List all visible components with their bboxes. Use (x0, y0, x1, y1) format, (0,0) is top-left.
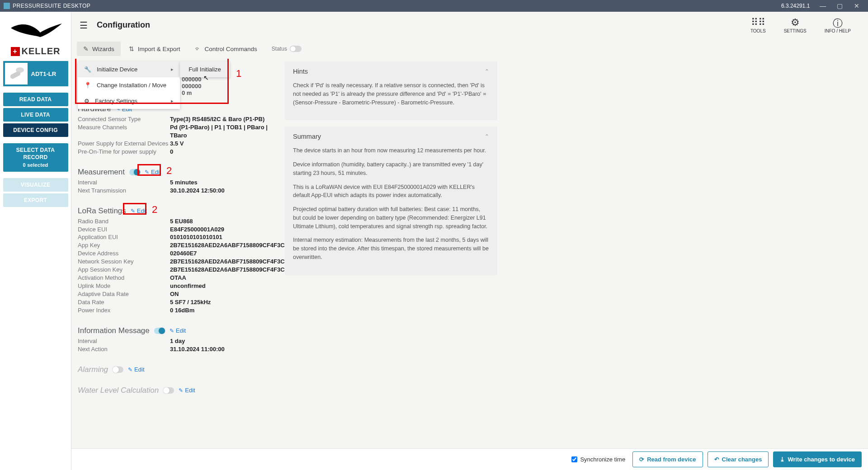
sync-checkbox-input[interactable] (571, 456, 577, 462)
annotation-2b: 2 (152, 204, 157, 216)
lora-title: LoRa Settings (78, 207, 126, 216)
kv-val: Type(3) RS485/I2C & Baro (P1-PB) (170, 115, 277, 123)
transfer-icon: ⇅ (129, 45, 134, 52)
bottom-bar: Synchronize time ⟳Read from device ↶Clea… (71, 448, 868, 470)
export-button[interactable]: EXPORT (3, 193, 68, 207)
plus-icon: + (11, 47, 20, 56)
kv-val: 30.10.2024 12:50:00 (170, 187, 277, 195)
kv-val: 31.10.2024 11:00:00 (170, 345, 277, 353)
kv-key: App Session Key (78, 266, 170, 274)
close-button[interactable]: ✕ (849, 2, 864, 9)
measurement-edit-button[interactable]: ✎Edit (145, 169, 161, 175)
hints-panel: Hints ⌃ Check if 'Pd' is really necessar… (285, 61, 497, 120)
info-label: INFO / HELP (825, 28, 851, 33)
kv-val: 2B7E151628AED2A6ABF7158809CF4F3C (170, 266, 285, 274)
alarming-edit-button[interactable]: ✎Edit (128, 366, 144, 373)
minimize-button[interactable]: — (815, 2, 830, 9)
read-data-button[interactable]: READ DATA (3, 93, 68, 106)
tab-import-export[interactable]: ⇅ Import & Export (123, 42, 187, 56)
summary-line: Internal memory estimation: Measurements… (293, 236, 489, 261)
kv-val: 2B7E151628AED2A6ABF7158809CF4F3C (170, 241, 285, 249)
kv-val: OTAA (170, 274, 285, 282)
kv-val: 2B7E151628AED2A6ABF7158809CF4F3C (170, 258, 285, 266)
menu-change-label: Change Installation / Move (97, 82, 166, 89)
kv-key: Device Address (78, 249, 170, 258)
info-icon: ⓘ (833, 17, 843, 28)
summary-title: Summary (293, 133, 321, 140)
pencil-icon: ✎ (128, 367, 132, 373)
device-card[interactable]: ADT1-LR (3, 61, 68, 86)
bird-logo (4, 14, 67, 46)
menu-factory-settings[interactable]: ⚙ Factory Settings ▸ (78, 93, 180, 109)
tab-wizards-label: Wizards (92, 46, 114, 52)
kv-val: 0 16dBm (170, 306, 285, 315)
app-icon (4, 3, 10, 9)
hints-header[interactable]: Hints ⌃ (285, 61, 497, 81)
alarming-toggle[interactable] (113, 367, 123, 373)
wand-icon: ✎ (83, 45, 89, 52)
visualize-button[interactable]: VISUALIZE (3, 178, 68, 192)
synchronize-time-checkbox[interactable]: Synchronize time (571, 456, 625, 463)
water-level-toggle[interactable] (163, 387, 174, 394)
info-help-button[interactable]: ⓘ INFO / HELP (825, 17, 851, 33)
keller-logo: + KELLER (11, 46, 61, 56)
kv-key: Activation Method (78, 274, 170, 282)
status-label: Status (272, 46, 287, 52)
kv-key: Uplink Mode (78, 282, 170, 290)
info-msg-edit-button[interactable]: ✎Edit (170, 327, 186, 334)
gear-icon: ⚙ (791, 17, 800, 28)
app-version: 6.3.24291.1 (781, 3, 810, 9)
measurement-title: Measurement (78, 168, 125, 177)
tab-control-label: Control Commands (205, 46, 257, 52)
annotation-2a: 2 (166, 165, 172, 177)
summary-line: Projected optimal battery duration with … (293, 205, 489, 230)
settings-button[interactable]: ⚙ SETTINGS (784, 17, 807, 33)
kv-key: Device EUI (78, 226, 170, 234)
kv-key: Connected Sensor Type (78, 115, 170, 123)
kv-val: 5 minutes (170, 179, 277, 187)
menu-initialize-device[interactable]: 🔧 Initialize Device ▸ (78, 61, 180, 77)
chevron-up-icon: ⌃ (485, 68, 489, 75)
status-toggle[interactable] (290, 46, 302, 52)
hints-title: Hints (293, 68, 308, 75)
selected-count: 0 selected (5, 162, 66, 168)
tab-wizards[interactable]: ✎ Wizards (77, 42, 121, 56)
kv-val: 5 SF7 / 125kHz (170, 298, 285, 306)
menu-icon[interactable]: ☰ (80, 20, 88, 31)
cog-icon: ⚙ (84, 98, 90, 104)
kv-key: Pre-On-Time for power supply (78, 148, 170, 156)
tabs-row: ✎ Wizards ⇅ Import & Export ᯤ Control Co… (71, 39, 868, 59)
tab-control-commands[interactable]: ᯤ Control Commands (189, 42, 264, 56)
peek-line-2: 000000 (182, 83, 277, 89)
menu-initialize-label: Initialize Device (97, 66, 137, 73)
top-bar: ☰ Configuration ⠿⠿ TOOLS ⚙ SETTINGS ⓘ IN… (71, 12, 868, 39)
kv-val: 020460E7 (170, 249, 285, 258)
lora-edit-button[interactable]: ✎Edit (131, 207, 147, 214)
live-data-button[interactable]: LIVE DATA (3, 108, 68, 122)
refresh-icon: ⟳ (639, 456, 644, 463)
kv-val: 1 day (170, 337, 277, 345)
write-label: Write changes to device (788, 456, 855, 463)
clear-changes-button[interactable]: ↶Clear changes (708, 451, 769, 467)
summary-header[interactable]: Summary ⌃ (285, 127, 497, 146)
page-title: Configuration (97, 20, 750, 30)
wrench-icon: 🔧 (84, 66, 91, 73)
select-data-record-button[interactable]: SELECT DATA RECORD 0 selected (3, 143, 68, 172)
measurement-toggle[interactable] (129, 169, 140, 175)
write-changes-button[interactable]: ⤓Write changes to device (773, 451, 862, 467)
status-toggle-group: Status (272, 46, 302, 52)
pencil-icon: ✎ (131, 208, 135, 214)
info-msg-toggle[interactable] (154, 328, 165, 334)
menu-change-installation[interactable]: 📍 Change Installation / Move (78, 77, 180, 93)
tools-button[interactable]: ⠿⠿ TOOLS (750, 17, 766, 33)
kv-key: Interval (78, 179, 170, 187)
read-from-device-button[interactable]: ⟳Read from device (632, 451, 703, 467)
device-config-button[interactable]: DEVICE CONFIG (3, 123, 68, 137)
apps-icon: ⠿⠿ (751, 17, 765, 28)
water-level-edit-button[interactable]: ✎Edit (179, 387, 195, 394)
brand-text: KELLER (22, 46, 61, 56)
kv-key: Measure Channels (78, 123, 170, 140)
kv-val: E84F25000001A029 (170, 226, 285, 234)
title-bar: PRESSURESUITE DESKTOP 6.3.24291.1 — ▢ ✕ (0, 0, 868, 12)
maximize-button[interactable]: ▢ (832, 2, 848, 9)
